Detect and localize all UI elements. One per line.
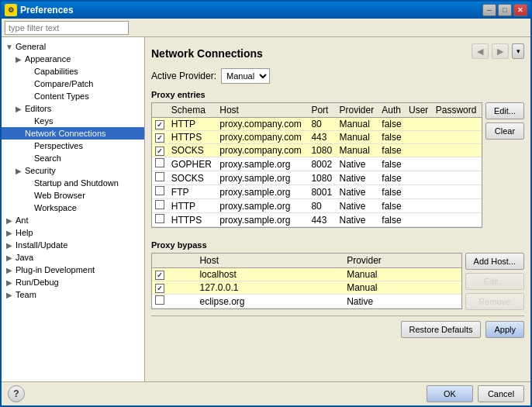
row-checkbox[interactable] [155,147,164,156]
sidebar-item-appearance[interactable]: ▶ Appearance [2,53,144,65]
filter-input[interactable] [5,21,129,35]
bypass-col-host: Host [196,254,344,268]
col-password: Password [433,103,482,118]
nav-menu-button[interactable]: ▾ [512,43,524,59]
sidebar-item-search[interactable]: Search [2,152,144,164]
proxy-entries-side-buttons: Edit... Clear [482,102,524,234]
help-button[interactable]: ? [8,385,25,402]
row-checkbox[interactable] [155,186,164,195]
col-schema: Schema [168,103,216,118]
expander-icon [23,178,33,188]
table-row: HTTPS proxy.sample.org 443 Native false [152,213,482,227]
expander-icon: ▶ [5,265,14,274]
sidebar-item-help[interactable]: ▶ Help [2,226,144,239]
sidebar-item-ant[interactable]: ▶ Ant [2,214,144,226]
row-checkbox[interactable] [155,200,164,209]
table-row: HTTP proxy.sample.org 80 Native false [152,199,482,213]
main-content: ▼ General ▶ Appearance Capabilities Comp… [2,37,530,381]
sidebar-item-capabilities[interactable]: Capabilities [2,65,144,78]
sidebar-item-team[interactable]: ▶ Team [2,288,144,301]
sidebar-item-java[interactable]: ▶ Java [2,251,144,264]
expander-icon: ▶ [14,166,23,175]
bypass-table-row: eclipse.org Native [152,295,461,309]
clear-button[interactable]: Clear [485,122,524,140]
table-row: GOPHER proxy.sample.org 8002 Native fals… [152,157,482,171]
back-button[interactable]: ◀ [472,43,489,59]
footer: ? OK Cancel [2,381,530,405]
sidebar-item-startup-shutdown[interactable]: Startup and Shutdown [2,177,144,189]
bypass-row-checkbox[interactable] [155,284,164,293]
expander-icon [23,141,33,150]
edit-entry-button[interactable]: Edit... [485,102,524,119]
bypass-edit-button[interactable]: Edit... [465,273,524,290]
footer-buttons: OK Cancel [427,385,524,402]
remove-button[interactable]: Remove [465,293,524,310]
sidebar-item-workspace[interactable]: Workspace [2,202,144,214]
active-provider-label: Active Provider: [151,71,216,81]
sidebar-item-general[interactable]: ▼ General [2,40,144,53]
sidebar-item-compare-patch[interactable]: Compare/Patch [2,78,144,90]
right-panel: Network Connections ◀ ▶ ▾ Active Provide… [145,37,530,381]
add-host-button[interactable]: Add Host... [465,253,524,270]
bypass-col-provider: Provider [344,254,461,268]
bottom-action-buttons: Restore Defaults Apply [151,316,524,338]
expander-icon: ▶ [5,290,14,299]
row-checkbox[interactable] [155,133,164,143]
active-provider-select[interactable]: Direct Manual Native [221,68,270,84]
expander-icon [23,79,33,88]
forward-button[interactable]: ▶ [492,43,509,59]
row-checkbox[interactable] [155,172,164,181]
expander-icon: ▼ [5,42,14,51]
bypass-col-check [152,254,196,268]
sidebar-item-content-types[interactable]: Content Types [2,90,144,102]
sidebar-item-network-connections[interactable]: Network Connections [2,127,144,140]
expander-icon: ▶ [5,228,14,237]
row-checkbox[interactable] [155,214,164,223]
sidebar-item-web-browser[interactable]: Web Browser [2,189,144,202]
restore-defaults-button[interactable]: Restore Defaults [401,321,482,338]
row-checkbox[interactable] [155,158,164,167]
sidebar-item-editors[interactable]: ▶ Editors [2,102,144,115]
sidebar-item-keys[interactable]: Keys [2,115,144,127]
title-bar-controls: ─ □ ✕ [482,4,527,16]
row-checkbox[interactable] [155,120,164,129]
proxy-bypass-area: Host Provider localhost Manual [151,253,524,316]
table-row: HTTPS proxy.company.com 443 Manual false [152,131,482,144]
sidebar-item-perspectives[interactable]: Perspectives [2,140,144,152]
cancel-button[interactable]: Cancel [478,385,524,402]
expander-icon [23,91,33,101]
proxy-bypass-label: Proxy bypass [151,240,524,250]
proxy-bypass-table-container: Host Provider localhost Manual [151,253,462,309]
maximize-button[interactable]: □ [498,4,512,16]
expander-icon: ▶ [5,240,14,250]
expander-icon [23,67,33,76]
bypass-row-checkbox[interactable] [155,295,164,305]
minimize-button[interactable]: ─ [482,4,496,16]
close-button[interactable]: ✕ [513,4,527,16]
expander-icon: ▶ [5,216,14,225]
sidebar-item-plugin-development[interactable]: ▶ Plug-in Development [2,264,144,276]
sidebar-item-security[interactable]: ▶ Security [2,164,144,177]
sidebar-item-run-debug[interactable]: ▶ Run/Debug [2,276,144,288]
table-row: SOCKS proxy.company.com 1080 Manual fals… [152,144,482,157]
preferences-window: ⚙ Preferences ─ □ ✕ ▼ General ▶ Appearan… [0,0,532,407]
expander-icon [23,153,33,163]
nav-bar: ◀ ▶ ▾ [472,43,524,59]
col-host: Host [216,103,308,118]
bypass-row-checkbox[interactable] [155,271,164,280]
proxy-entries-table-container: Schema Host Port Provider Auth User Pass… [151,102,482,228]
table-row: HTTP proxy.company.com 80 Manual false [152,118,482,131]
window-icon: ⚙ [5,4,17,16]
proxy-bypass-table: Host Provider localhost Manual [152,254,461,309]
proxy-entries-area: Schema Host Port Provider Auth User Pass… [151,102,524,234]
expander-icon [14,129,23,138]
toolbar [2,19,530,37]
expander-icon [23,116,33,126]
col-auth: Auth [378,103,406,118]
sidebar-item-install-update[interactable]: ▶ Install/Update [2,239,144,251]
proxy-entries-label: Proxy entries [151,90,524,99]
ok-button[interactable]: OK [427,385,473,402]
table-row: SOCKS proxy.sample.org 1080 Native false [152,171,482,185]
col-user: User [406,103,433,118]
apply-button[interactable]: Apply [485,321,524,338]
